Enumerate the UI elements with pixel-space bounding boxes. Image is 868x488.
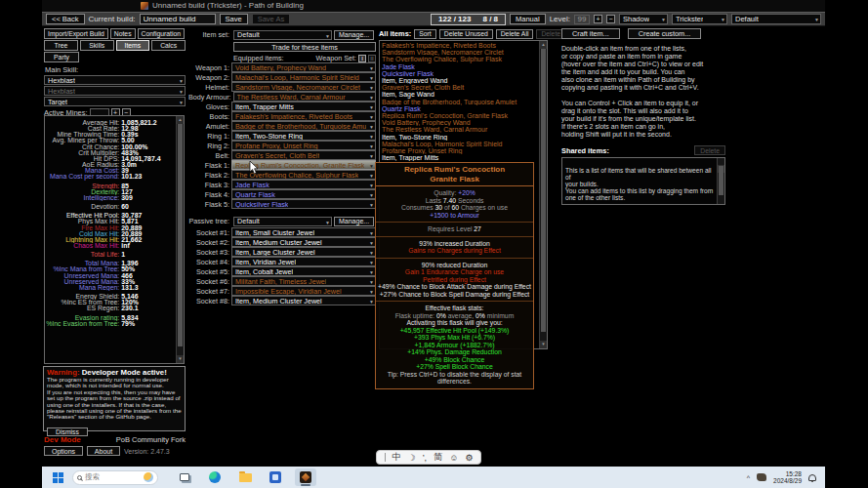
manage-trees-button[interactable]: Manage... xyxy=(334,217,374,226)
jewel-socket-select[interactable]: Item, Viridian Jewel▼ xyxy=(231,257,376,266)
equip-slot-select[interactable]: Void Battery, Prophecy Wand▼ xyxy=(231,62,376,72)
item-list-entry[interactable]: Item, Sage Wand xyxy=(382,91,538,98)
item-list-entry[interactable]: Falakesh's Impatience, Riveted Boots xyxy=(382,42,538,49)
class-select[interactable]: Shadow ▼ xyxy=(619,14,668,24)
item-list-entry[interactable]: The Overflowing Chalice, Sulphur Flask xyxy=(382,56,538,62)
equip-slot-select[interactable]: Quicksilver Flask▼ xyxy=(231,199,376,209)
scroll-up-icon[interactable]: ▲ xyxy=(540,41,547,49)
weapon-set-1-button[interactable]: I xyxy=(358,55,366,62)
left-button-0[interactable]: Import/Export Build xyxy=(44,28,108,39)
item-list-entry[interactable]: Item, Two-Stone Ring xyxy=(382,134,538,141)
path-of-building-taskbar-button[interactable] xyxy=(295,468,316,486)
weapon-set-2-button[interactable]: II xyxy=(368,55,376,62)
options-button[interactable]: Options xyxy=(44,446,83,456)
item-set-select[interactable]: Default ▼ xyxy=(233,30,332,40)
ime-charset-icon[interactable]: 简 xyxy=(434,451,442,464)
delete-unused-button[interactable]: Delete Unused xyxy=(439,29,493,39)
left-button-1[interactable]: Notes xyxy=(110,28,136,39)
manual-level-mode-button[interactable]: Manual xyxy=(510,14,546,24)
tab-tree[interactable]: Tree xyxy=(44,40,78,51)
jewel-socket-select[interactable]: Impossible Escape, Viridian Jewel▼ xyxy=(231,286,376,296)
passive-tree-select[interactable]: Default ▼ xyxy=(233,217,332,226)
jewel-socket-select[interactable]: Militant Faith, Timeless Jewel▼ xyxy=(231,276,376,286)
equip-slot-select[interactable]: Falakesh's Impatience, Riveted Boots▼ xyxy=(231,111,376,121)
tab-items[interactable]: Items xyxy=(116,40,150,51)
scroll-down-icon[interactable]: ▼ xyxy=(540,341,547,348)
ime-emoji-icon[interactable]: ☺ xyxy=(449,453,458,463)
jewel-socket-select[interactable]: Item, Medium Cluster Jewel▼ xyxy=(231,237,376,247)
about-button[interactable]: About xyxy=(87,446,120,456)
manage-item-sets-button[interactable]: Manage... xyxy=(334,30,374,40)
level-decrease-button[interactable]: − xyxy=(606,15,615,23)
ascendancy-select[interactable]: Trickster ▼ xyxy=(672,14,727,24)
equip-slot-select[interactable]: Item, Trapper Mitts▼ xyxy=(231,102,376,111)
item-list-entry[interactable]: Graven's Secret, Cloth Belt xyxy=(382,84,538,91)
task-view-button[interactable] xyxy=(174,468,195,486)
level-increase-button[interactable]: + xyxy=(594,15,602,23)
item-list-entry[interactable]: Jade Flask xyxy=(382,63,538,70)
jewel-socket-select[interactable]: Item, Medium Cluster Jewel▼ xyxy=(231,296,376,305)
ime-lang-icon[interactable]: 中 xyxy=(393,451,401,464)
main-skill-group-select[interactable]: Hexblast ▼ xyxy=(44,75,186,85)
start-button-icon[interactable] xyxy=(53,472,63,483)
main-skill-select[interactable]: Default ▼ xyxy=(731,14,821,24)
party-button[interactable]: Party xyxy=(44,52,79,62)
equip-slot-select[interactable]: The Restless Ward, Carnal Armour▼ xyxy=(233,92,376,102)
tab-skills[interactable]: Skills xyxy=(80,40,114,51)
build-name-input[interactable] xyxy=(140,14,216,24)
item-list-entry[interactable]: Quartz Flask xyxy=(382,105,538,112)
item-list-entry[interactable]: Item, Engraved Wand xyxy=(382,77,538,84)
scroll-down-icon[interactable]: ▼ xyxy=(177,355,184,363)
jewel-socket-select[interactable]: Item, Large Cluster Jewel▼ xyxy=(231,247,376,257)
scroll-up-icon[interactable]: ▲ xyxy=(177,116,184,124)
trade-for-items-button[interactable]: Trade for these items xyxy=(233,42,376,52)
tray-expand-icon[interactable]: ^ xyxy=(747,474,750,481)
stats-scrollbar[interactable]: ▲ ▼ xyxy=(176,116,184,363)
item-list-entry[interactable]: Malachai's Loop, Harmonic Spirit Shield xyxy=(382,141,538,147)
pinned-app-button[interactable] xyxy=(265,468,286,486)
tray-app-icon[interactable] xyxy=(757,473,766,481)
jewel-socket-select[interactable]: Item, Cobalt Jewel▼ xyxy=(231,266,376,276)
main-skill-part-select[interactable]: Target ▼ xyxy=(44,97,186,106)
item-list-entry[interactable]: Profane Proxy, Unset Ring xyxy=(382,147,538,154)
equip-slot-select[interactable]: Profane Proxy, Unset Ring▼ xyxy=(231,141,376,150)
equip-slot-select[interactable]: Graven's Secret, Cloth Belt▼ xyxy=(231,150,376,160)
equip-slot-select[interactable]: Jade Flask▼ xyxy=(231,180,376,189)
item-list-entry[interactable]: The Restless Ward, Carnal Armour xyxy=(382,126,538,133)
item-list-entry[interactable]: Badge of the Brotherhood, Turquoise Amul… xyxy=(382,99,538,105)
shared-scrollbar[interactable]: ▲ xyxy=(717,158,724,204)
edge-browser-button[interactable] xyxy=(204,468,226,486)
item-list-entry[interactable]: Quicksilver Flask xyxy=(382,70,538,77)
ime-mode-icon[interactable]: ☽ xyxy=(408,453,416,463)
equip-slot-select[interactable]: Quartz Flask▼ xyxy=(231,189,376,199)
craft-item-button[interactable]: Craft item... xyxy=(561,28,620,39)
equip-slot-select[interactable]: Sandstorm Visage, Necromancer Circlet▼ xyxy=(231,82,376,92)
main-skill-active-select[interactable]: Hexblast ▼ xyxy=(44,86,186,96)
scrollbar-thumb[interactable] xyxy=(719,166,723,195)
taskbar-clock[interactable]: 15:28 2024/8/29 xyxy=(773,470,802,484)
item-list-entry[interactable]: Item, Trapper Mitts xyxy=(382,154,538,161)
back-button[interactable]: << Back xyxy=(46,14,85,24)
scrollbar-thumb[interactable] xyxy=(178,124,183,346)
scrollbar-thumb[interactable] xyxy=(541,49,546,332)
equip-slot-select[interactable]: Badge of the Brotherhood, Turquoise Amul… xyxy=(231,121,376,131)
left-button-2[interactable]: Configuration xyxy=(138,28,185,39)
item-list-entry[interactable]: Void Battery, Prophecy Wand xyxy=(382,119,538,126)
equip-slot-select[interactable]: Malachai's Loop, Harmonic Spirit Shield▼ xyxy=(231,72,376,82)
notifications-bell-icon[interactable] xyxy=(808,474,816,481)
item-list-entry[interactable]: Sandstorm Visage, Necromancer Circlet xyxy=(382,49,538,56)
file-explorer-button[interactable] xyxy=(234,468,256,486)
ime-settings-icon[interactable]: ⚙ xyxy=(465,453,473,463)
save-button[interactable]: Save xyxy=(220,14,248,24)
items-scrollbar[interactable]: ▲ ▼ xyxy=(539,41,547,348)
item-list-entry[interactable]: Replica Rumi's Concoction, Granite Flask xyxy=(382,112,538,119)
level-value[interactable]: 99 xyxy=(574,15,590,24)
equip-slot-select[interactable]: Item, Two-Stone Ring▼ xyxy=(231,131,376,141)
delete-all-button[interactable]: Delete All xyxy=(496,29,534,39)
jewel-socket-select[interactable]: Item, Small Cluster Jewel▼ xyxy=(231,227,376,237)
taskbar-search[interactable]: 搜索 xyxy=(72,470,158,485)
create-custom-button[interactable]: Create custom... xyxy=(628,28,702,39)
sort-button[interactable]: Sort xyxy=(414,29,435,39)
tab-calcs[interactable]: Calcs xyxy=(151,40,186,51)
ime-punct-icon[interactable]: ’, xyxy=(423,453,428,463)
